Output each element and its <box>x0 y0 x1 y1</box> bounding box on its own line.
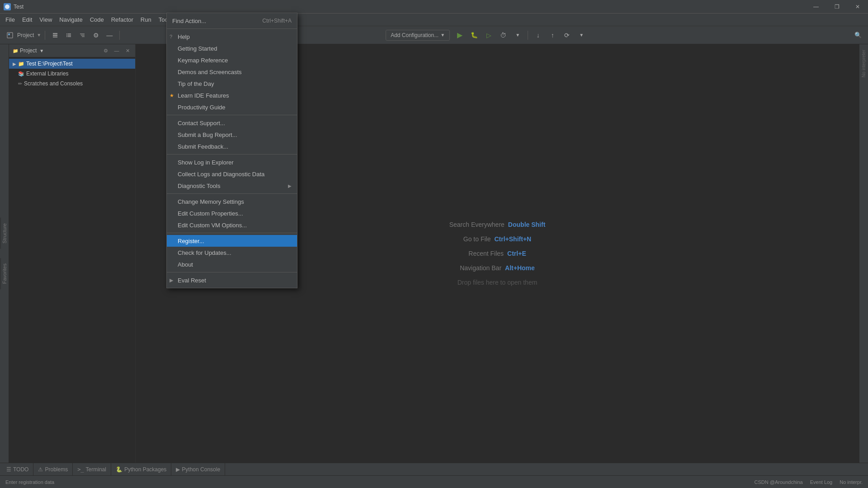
help-menu-learn-ide[interactable]: ★ Learn IDE Features <box>167 89 297 101</box>
coverage-button[interactable]: ▷ <box>482 29 495 42</box>
help-menu-submit-feedback[interactable]: Submit Feedback... <box>167 141 297 152</box>
contact-support-label: Contact Support... <box>178 120 225 127</box>
help-menu-edit-custom-props[interactable]: Edit Custom Properties... <box>167 207 297 219</box>
status-event-log[interactable]: Event Log <box>808 479 835 485</box>
status-bar: Enter registration data CSDN @Aroundchin… <box>0 475 868 488</box>
learn-ide-icon: ★ <box>170 93 174 99</box>
search-everywhere-btn[interactable]: 🔍 <box>852 29 864 42</box>
toolbar-layout-btn[interactable] <box>49 29 61 42</box>
help-menu-tip[interactable]: Tip of the Day <box>167 78 297 89</box>
toolbar-minus-btn[interactable]: — <box>103 29 116 42</box>
menu-item-run[interactable]: Run <box>137 14 155 26</box>
diagnostic-tools-label: Diagnostic Tools <box>178 183 220 189</box>
help-menu-getting-started[interactable]: Getting Started <box>167 42 297 54</box>
debug-button[interactable]: 🐛 <box>468 29 481 42</box>
keymap-label: Keymap Reference <box>178 57 228 64</box>
help-menu-submit-bug[interactable]: Submit a Bug Report... <box>167 129 297 141</box>
help-menu-edit-custom-vm[interactable]: Edit Custom VM Options... <box>167 219 297 231</box>
menu-item-navigate[interactable]: Navigate <box>56 14 86 26</box>
help-menu-show-log[interactable]: Show Log in Explorer <box>167 156 297 168</box>
project-settings-icon[interactable]: ⚙ <box>102 47 110 55</box>
run-button[interactable]: ▶ <box>453 29 466 42</box>
svg-rect-5 <box>53 37 57 38</box>
help-menu-about[interactable]: About <box>167 258 297 270</box>
shortcut-goto: Go to File Ctrl+Shift+N <box>463 235 531 243</box>
help-menu-find-action[interactable]: Find Action... Ctrl+Shift+A <box>167 15 297 27</box>
add-config-label: Add Configuration... <box>391 32 439 38</box>
status-no-interp[interactable]: No interpr. <box>838 479 864 485</box>
check-updates-label: Check for Updates... <box>178 249 231 256</box>
getting-started-label: Getting Started <box>178 45 217 52</box>
register-label: Register... <box>178 238 204 244</box>
help-menu-collect-logs[interactable]: Collect Logs and Diagnostic Data <box>167 168 297 180</box>
menu-separator-5 <box>167 272 297 272</box>
vcs-history-btn[interactable]: ⟳ <box>561 29 573 42</box>
vcs-update-btn[interactable]: ↓ <box>532 29 544 42</box>
profile-button[interactable]: ⏱ <box>497 29 509 42</box>
menu-separator-3 <box>167 193 297 194</box>
menu-item-file[interactable]: File <box>2 14 19 26</box>
favorites-tab[interactable]: Favorites <box>0 258 8 289</box>
more-vcs-btn[interactable]: ▼ <box>575 29 588 42</box>
tab-terminal[interactable]: >_ Terminal <box>73 463 111 476</box>
help-menu-help[interactable]: ? Help <box>167 31 297 42</box>
help-menu-change-memory[interactable]: Change Memory Settings <box>167 196 297 207</box>
svg-rect-4 <box>53 35 57 36</box>
menu-item-edit[interactable]: Edit <box>19 14 36 26</box>
menu-separator-1 <box>167 115 297 115</box>
help-menu-productivity[interactable]: Productivity Guide <box>167 101 297 113</box>
toolbar-project-dropdown[interactable]: ▼ <box>37 33 41 38</box>
toolbar: Project ▼ ⚙ — Add Configuration... ▼ ▶ 🐛… <box>0 26 868 44</box>
toolbar-divider-1 <box>45 31 45 40</box>
status-enter-registration[interactable]: Enter registration data <box>4 479 56 485</box>
tree-item-scratches[interactable]: ✏ Scratches and Consoles <box>9 79 135 89</box>
help-menu-diagnostic-tools[interactable]: Diagnostic Tools ▶ <box>167 180 297 192</box>
toolbar-sort-btn[interactable] <box>76 29 89 42</box>
svg-rect-7 <box>68 33 71 34</box>
svg-rect-10 <box>66 36 67 37</box>
todo-label: TODO <box>13 466 28 473</box>
minimize-button[interactable]: — <box>806 0 826 14</box>
vcs-commit-btn[interactable]: ↑ <box>546 29 559 42</box>
todo-icon: ☰ <box>6 466 11 473</box>
tab-python-packages[interactable]: 🐍 Python Packages <box>111 463 171 476</box>
project-close-icon[interactable]: ✕ <box>123 47 132 55</box>
help-menu-eval-reset[interactable]: ▶ Eval Reset <box>167 274 297 286</box>
tree-item-test[interactable]: ▶ 📁 Test E:\Project\Test <box>9 59 135 69</box>
help-menu-demos[interactable]: Demos and Screencasts <box>167 66 297 78</box>
tab-python-console[interactable]: ▶ Python Console <box>171 463 225 476</box>
menu-item-refactor[interactable]: Refactor <box>108 14 137 26</box>
structure-tab[interactable]: Structure <box>0 218 8 249</box>
help-menu-register[interactable]: Register... <box>167 235 297 247</box>
toolbar-project-section: Project ▼ <box>4 29 41 42</box>
tree-item-external-libs[interactable]: 📚 External Libraries <box>9 69 135 79</box>
svg-rect-11 <box>68 36 71 37</box>
maximize-button[interactable]: ❐ <box>826 0 847 14</box>
no-interpreter-label[interactable]: No interpreter <box>860 46 867 81</box>
project-dropdown-icon[interactable]: ▼ <box>39 48 44 53</box>
right-sidebar: No interpreter <box>859 44 868 463</box>
add-configuration-button[interactable]: Add Configuration... ▼ <box>386 30 450 41</box>
bottom-tabs: ☰ TODO ⚠ Problems >_ Terminal 🐍 Python P… <box>0 463 868 475</box>
goto-key: Ctrl+Shift+N <box>495 235 532 243</box>
toolbar-gear-btn[interactable]: ⚙ <box>90 29 102 42</box>
toolbar-divider-2 <box>119 31 120 40</box>
status-csdn[interactable]: CSDN @Aroundchina <box>753 479 805 485</box>
about-label: About <box>178 261 193 268</box>
problems-label: Problems <box>45 466 68 473</box>
submit-bug-label: Submit a Bug Report... <box>178 131 237 138</box>
tab-todo[interactable]: ☰ TODO <box>2 463 33 476</box>
tip-label: Tip of the Day <box>178 80 214 87</box>
find-action-label: Find Action... <box>172 18 206 24</box>
menu-item-view[interactable]: View <box>36 14 56 26</box>
project-collapse-icon[interactable]: — <box>113 47 121 55</box>
tab-problems[interactable]: ⚠ Problems <box>33 463 73 476</box>
menu-item-code[interactable]: Code <box>86 14 108 26</box>
tree-folder-icon: 📁 <box>18 61 24 67</box>
help-menu-keymap[interactable]: Keymap Reference <box>167 54 297 66</box>
close-button[interactable]: ✕ <box>847 0 868 14</box>
help-menu-check-updates[interactable]: Check for Updates... <box>167 247 297 258</box>
more-run-btn[interactable]: ▼ <box>511 29 524 42</box>
help-menu-contact-support[interactable]: Contact Support... <box>167 117 297 129</box>
toolbar-list-btn[interactable] <box>62 29 75 42</box>
